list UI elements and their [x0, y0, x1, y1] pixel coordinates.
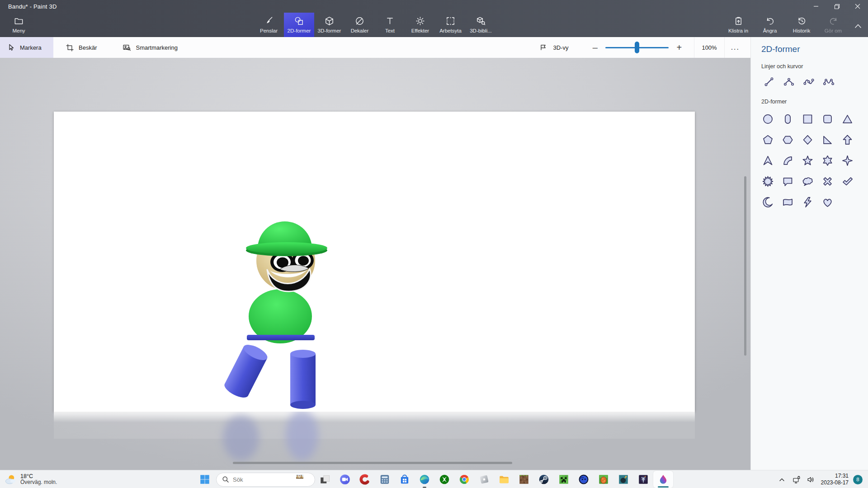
shape-rounded-square[interactable] — [820, 111, 835, 127]
more-options-button[interactable]: ... — [725, 37, 746, 58]
roblox-button[interactable] — [474, 470, 494, 488]
tool-wave[interactable] — [801, 74, 816, 89]
shape-oval[interactable] — [780, 111, 795, 127]
paste-button[interactable]: Klistra in — [722, 13, 754, 37]
start-button[interactable] — [196, 470, 213, 488]
shape-hexagon[interactable] — [780, 132, 795, 147]
calculator-button[interactable] — [375, 470, 395, 488]
minimize-button[interactable] — [806, 0, 826, 13]
shape-star-5[interactable] — [800, 153, 815, 168]
tool-curve[interactable] — [781, 74, 797, 89]
shapes-section-label: 2D-former — [761, 99, 868, 105]
xbox-icon — [439, 474, 450, 485]
system-tray: 17:31 2023-08-17 8 — [775, 470, 864, 488]
shape-diamond[interactable] — [800, 132, 815, 147]
history-button[interactable]: Historik — [786, 13, 817, 37]
text-icon — [385, 16, 395, 26]
shape-crescent[interactable] — [760, 194, 775, 210]
shape-banner[interactable] — [780, 194, 795, 210]
steam-icon — [538, 474, 550, 485]
shape-block-arrow-up[interactable] — [840, 132, 855, 147]
tab-3d-bibliotek[interactable]: 3D-bibli... — [466, 13, 496, 37]
tab-dekaler[interactable]: Dekaler — [344, 13, 375, 37]
search-highlight-image[interactable] — [291, 473, 314, 486]
microsoft-store-button[interactable] — [395, 470, 415, 488]
crop-button[interactable]: Beskär — [56, 37, 106, 58]
close-button[interactable] — [847, 0, 868, 13]
shape-speech-bubble[interactable] — [780, 174, 795, 189]
shape-star-4[interactable] — [840, 153, 855, 168]
tab-effekter[interactable]: Effekter — [405, 13, 435, 37]
magic-select-button[interactable]: Smartmarkering — [113, 37, 186, 58]
tab-arbetsyta[interactable]: Arbetsyta — [435, 13, 466, 37]
hidden-icons-button[interactable] — [775, 470, 789, 488]
tab-3d-former[interactable]: 3D-former — [314, 13, 344, 37]
shape-lightning[interactable] — [800, 194, 815, 210]
zoom-out-button[interactable]: – — [587, 37, 603, 58]
shape-triangle[interactable] — [840, 111, 855, 127]
shape-quarter-ring[interactable] — [780, 153, 795, 168]
taskbar-apps — [196, 470, 673, 488]
restore-button[interactable] — [826, 0, 847, 13]
shape-right-triangle[interactable] — [820, 132, 835, 147]
shape-starburst[interactable] — [760, 174, 775, 189]
horizontal-scrollbar[interactable] — [233, 462, 512, 464]
egg-game-button[interactable] — [594, 470, 613, 488]
bing-daily-image — [296, 473, 303, 480]
paint-3d-button[interactable] — [653, 471, 673, 488]
zoom-slider[interactable] — [605, 37, 669, 58]
edge-button[interactable] — [415, 470, 434, 488]
volume-tray-icon[interactable] — [804, 470, 818, 488]
tool-line[interactable] — [761, 74, 777, 89]
tab-penslar[interactable]: Penslar — [254, 13, 284, 37]
redo-button[interactable]: Gör om — [817, 13, 849, 37]
steam-button[interactable] — [534, 470, 554, 488]
menu-button[interactable]: Meny — [4, 13, 34, 37]
ccleaner-button[interactable] — [355, 470, 375, 488]
network-tray-icon[interactable] — [789, 470, 804, 488]
egg-game-icon — [598, 474, 609, 485]
taskbar-search[interactable] — [216, 473, 315, 487]
window-controls — [806, 0, 868, 13]
shape-square[interactable] — [800, 111, 815, 127]
shape-pentagon[interactable] — [760, 132, 775, 147]
roblox-icon — [478, 474, 490, 485]
bomb-game-button[interactable] — [613, 470, 633, 488]
star-6-icon — [821, 155, 834, 167]
file-explorer-button[interactable] — [494, 470, 514, 488]
blue-face-game-button[interactable] — [574, 470, 594, 488]
search-input[interactable] — [233, 476, 291, 483]
minecraft-button[interactable] — [514, 470, 534, 488]
shape-star-6[interactable] — [820, 153, 835, 168]
tool-double-curve[interactable] — [821, 74, 836, 89]
drawing-canvas[interactable] — [54, 112, 695, 412]
shape-cross[interactable] — [820, 174, 835, 189]
select-button[interactable]: Markera — [0, 37, 53, 58]
collapse-ribbon-button[interactable] — [851, 19, 865, 33]
panel-title: 2D-former — [761, 44, 868, 54]
tree-game-button[interactable] — [633, 470, 653, 488]
task-view-button[interactable] — [315, 470, 335, 488]
notification-badge[interactable]: 8 — [853, 475, 863, 484]
3d-view-button[interactable]: 3D-vy — [535, 37, 573, 58]
shape-heart[interactable] — [820, 194, 835, 210]
minecraft-creeper-button[interactable] — [554, 470, 574, 488]
shape-checkmark[interactable] — [840, 174, 855, 189]
tab-text[interactable]: Text — [375, 13, 405, 37]
chrome-button[interactable] — [454, 470, 474, 488]
shape-arrowhead[interactable] — [760, 153, 775, 168]
tab-2d-former[interactable]: 2D-former — [284, 13, 314, 37]
chat-app-button[interactable] — [335, 470, 355, 488]
clock[interactable]: 17:31 2023-08-17 — [821, 473, 849, 486]
double-curve-icon — [823, 76, 835, 88]
circle-icon — [762, 113, 774, 125]
weather-widget[interactable]: 18°C Överväg. moln. — [4, 470, 57, 488]
vertical-scrollbar[interactable] — [744, 176, 746, 356]
shape-circle[interactable] — [760, 111, 775, 127]
zoom-slider-thumb[interactable] — [635, 42, 639, 53]
xbox-button[interactable] — [434, 470, 454, 488]
zoom-percentage[interactable]: 100% — [694, 37, 724, 58]
undo-button[interactable]: Ångra — [754, 13, 786, 37]
zoom-in-button[interactable]: + — [671, 37, 687, 58]
shape-thought-bubble[interactable] — [800, 174, 815, 189]
